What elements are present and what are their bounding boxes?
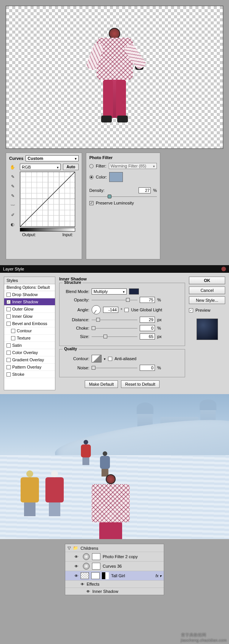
close-icon[interactable] [221, 267, 226, 271]
effects-row[interactable]: Effects [65, 580, 164, 588]
result-scene-image [0, 394, 229, 539]
options-icon[interactable]: ◐ [9, 221, 16, 228]
preserve-luminosity-label: Preserve Luminosity [96, 201, 134, 205]
visibility-icon[interactable] [86, 589, 90, 594]
style-checkbox[interactable] [6, 358, 11, 362]
styles-list: Styles Blending Options: Default Drop Sh… [4, 277, 55, 390]
structure-fieldset: Structure Blend Mode: Multiply Opacity: … [59, 283, 185, 346]
blend-mode-select[interactable]: Multiply [92, 288, 127, 295]
global-light-checkbox[interactable] [124, 308, 129, 312]
shadow-color[interactable] [129, 288, 139, 295]
style-item-texture[interactable]: Texture [4, 335, 55, 342]
style-checkbox[interactable] [6, 343, 11, 348]
style-checkbox[interactable] [6, 300, 11, 304]
distance-input[interactable] [140, 317, 155, 323]
layer-row[interactable]: Curves 36 [65, 561, 164, 571]
preserve-luminosity-checkbox[interactable] [89, 201, 94, 205]
style-checkbox[interactable] [6, 372, 11, 377]
style-checkbox[interactable] [6, 293, 11, 297]
filter-radio[interactable] [89, 164, 94, 168]
visibility-icon[interactable] [74, 554, 78, 559]
input-label: Input: [62, 232, 73, 237]
style-checkbox[interactable] [11, 336, 15, 340]
svg-line-0 [20, 172, 75, 227]
hand-tool-icon[interactable]: ✋ [9, 164, 16, 171]
visibility-icon[interactable] [74, 564, 78, 568]
style-item-drop-shadow[interactable]: Drop Shadow [4, 291, 55, 298]
density-input[interactable] [139, 187, 151, 193]
visibility-icon[interactable] [81, 582, 84, 586]
preview-swatch [197, 319, 218, 340]
opacity-slider[interactable] [92, 300, 137, 300]
density-slider[interactable] [89, 196, 157, 197]
effect-inner-shadow[interactable]: Inner Shadow [65, 588, 164, 595]
eyedropper-gray-icon[interactable]: ✎ [9, 183, 16, 190]
group-name[interactable]: Childrens [81, 546, 98, 551]
eyedropper-white-icon[interactable]: ✎ [9, 192, 16, 199]
curves-tools: ✋ ✎ ✎ ✎ 〰 ✐ ◐ [9, 164, 18, 238]
blending-options[interactable]: Blending Options: Default [4, 284, 55, 291]
filter-label: Filter: [96, 164, 106, 168]
filter-select: Warming Filter (85) [109, 163, 157, 169]
input-gradient [20, 228, 75, 232]
style-checkbox[interactable] [6, 314, 11, 319]
antialiased-checkbox[interactable] [108, 357, 112, 361]
angle-dial[interactable] [92, 305, 101, 314]
style-item-gradient-overlay[interactable]: Gradient Overlay [4, 356, 55, 364]
cancel-button[interactable]: Cancel [189, 287, 225, 294]
curve-tool-icon[interactable]: 〰 [9, 202, 16, 209]
choke-slider[interactable] [92, 328, 137, 328]
color-label: Color: [96, 175, 107, 179]
styles-header[interactable]: Styles [4, 277, 55, 284]
layer-row[interactable]: Photo Filter 2 copy [65, 552, 164, 561]
eyedropper-black-icon[interactable]: ✎ [9, 173, 16, 180]
ok-button[interactable]: OK [189, 277, 225, 284]
color-swatch[interactable] [109, 172, 123, 182]
pencil-tool-icon[interactable]: ✐ [9, 211, 16, 218]
style-item-inner-glow[interactable]: Inner Glow [4, 313, 55, 320]
style-checkbox[interactable] [6, 351, 11, 355]
angle-input[interactable] [103, 307, 118, 313]
noise-input[interactable] [140, 365, 155, 371]
contour-dropdown-icon[interactable] [104, 356, 106, 361]
style-checkbox[interactable] [11, 329, 15, 333]
style-checkbox[interactable] [6, 307, 11, 311]
folder-icon: 📁 [73, 546, 78, 551]
layer-style-titlebar: Layer Style [0, 265, 229, 273]
distance-slider[interactable] [92, 320, 137, 320]
opacity-input[interactable] [140, 297, 155, 303]
color-radio[interactable] [89, 175, 94, 179]
document-canvas[interactable] [6, 6, 223, 149]
contour-picker[interactable] [92, 355, 102, 362]
layer-group[interactable]: ▽ 📁 Childrens [65, 544, 164, 552]
reset-default-button[interactable]: Reset to Default [121, 380, 160, 388]
visibility-icon[interactable] [74, 573, 78, 578]
layer-row[interactable]: Tall Girlfx ▾ [65, 571, 164, 580]
style-item-inner-shadow[interactable]: Inner Shadow [4, 298, 55, 306]
style-item-satin[interactable]: Satin [4, 342, 55, 349]
style-item-color-overlay[interactable]: Color Overlay [4, 349, 55, 356]
style-item-pattern-overlay[interactable]: Pattern Overlay [4, 364, 55, 371]
choke-input[interactable] [140, 325, 155, 331]
style-item-bevel-and-emboss[interactable]: Bevel and Emboss [4, 320, 55, 327]
style-checkbox[interactable] [6, 322, 11, 326]
size-slider[interactable] [92, 336, 137, 337]
style-checkbox[interactable] [6, 365, 11, 369]
noise-slider[interactable] [92, 368, 137, 368]
curves-preset-select[interactable]: Custom [26, 155, 79, 161]
collapse-icon[interactable]: ▽ [68, 546, 71, 551]
channel-select[interactable]: RGB [20, 164, 61, 170]
auto-button[interactable]: Auto [63, 164, 79, 170]
layer-style-title: Layer Style [3, 267, 24, 271]
layers-panel: ▽ 📁 Childrens Photo Filter 2 copyCurves … [65, 544, 164, 595]
preview-checkbox[interactable] [189, 308, 193, 312]
photo-filter-title: Photo Filter [89, 155, 113, 160]
curves-graph[interactable] [20, 172, 75, 227]
size-input[interactable] [140, 333, 155, 340]
style-item-contour[interactable]: Contour [4, 327, 55, 335]
fx-indicator[interactable]: fx ▾ [155, 574, 161, 578]
make-default-button[interactable]: Make Default [85, 380, 118, 388]
style-item-outer-glow[interactable]: Outer Glow [4, 306, 55, 313]
style-item-stroke[interactable]: Stroke [4, 371, 55, 378]
new-style-button[interactable]: New Style... [189, 296, 225, 304]
